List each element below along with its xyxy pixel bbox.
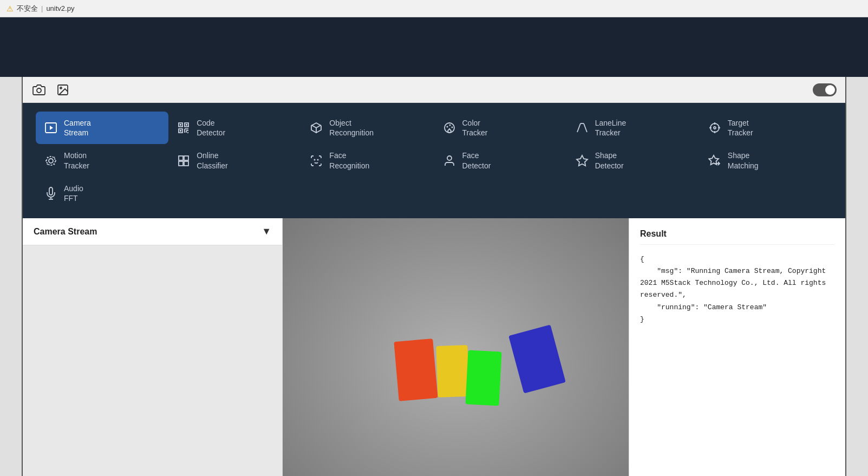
nav-label-code-detector: CodeDetector — [197, 118, 225, 138]
top-header — [0, 17, 868, 77]
camera-icon[interactable] — [31, 82, 47, 97]
svg-rect-32 — [184, 161, 188, 166]
left-panel-title: Camera Stream — [34, 227, 97, 237]
grid-icon — [176, 153, 191, 168]
svg-rect-9 — [186, 124, 187, 126]
svg-point-26 — [714, 127, 716, 129]
star-arrow-icon — [707, 153, 722, 168]
svg-rect-10 — [180, 130, 181, 132]
motion-icon — [43, 153, 58, 168]
palette-icon — [442, 120, 457, 135]
nav-item-target-tracker[interactable]: TargetTracker — [700, 112, 832, 144]
block-green — [465, 350, 501, 406]
cube-icon — [309, 120, 324, 135]
security-warning-icon: ⚠ — [6, 4, 14, 13]
nav-label-laneline-tracker: LaneLineTracker — [595, 118, 626, 138]
gallery-icon[interactable] — [55, 82, 70, 97]
svg-marker-36 — [577, 155, 588, 166]
nav-item-online-classifier[interactable]: OnlineClassifier — [168, 144, 301, 177]
nav-item-shape-detector[interactable]: ShapeDetector — [567, 144, 700, 177]
nav-label-shape-detector: ShapeDetector — [595, 151, 624, 170]
block-orange — [394, 338, 438, 401]
security-text: 不安全 — [17, 4, 38, 14]
face-id-icon — [309, 153, 324, 168]
nav-label-online-classifier: OnlineClassifier — [197, 151, 228, 170]
svg-point-2 — [60, 87, 62, 89]
left-panel-content — [23, 245, 282, 476]
nav-item-shape-matching[interactable]: ShapeMatching — [700, 144, 832, 177]
lane-icon — [575, 120, 590, 135]
browser-bar: ⚠ 不安全 | unitv2.py — [0, 0, 868, 17]
nav-label-motion-tracker: MotionTracker — [64, 151, 89, 170]
dropdown-arrow-icon[interactable]: ▼ — [262, 226, 271, 237]
nav-label-audio-fft: AudioFFT — [64, 184, 83, 203]
nav-item-laneline-tracker[interactable]: LaneLineTracker — [567, 112, 700, 144]
nav-menu: CameraStream CodeDetector — [23, 103, 845, 218]
svg-rect-8 — [180, 124, 181, 126]
svg-point-35 — [447, 156, 452, 160]
nav-label-camera-stream: CameraStream — [64, 118, 91, 138]
nav-label-color-tracker: ColorTracker — [462, 118, 488, 138]
svg-rect-31 — [179, 161, 183, 166]
result-json: { "msg": "Running Camera Stream, Copyrig… — [640, 253, 834, 325]
crosshair-icon — [707, 120, 722, 135]
nav-item-face-recognition[interactable]: FaceRecognition — [301, 144, 434, 177]
svg-marker-4 — [50, 126, 53, 130]
camera-feed — [283, 218, 629, 476]
svg-point-17 — [445, 123, 454, 133]
svg-point-0 — [37, 88, 41, 93]
left-panel: Camera Stream ▼ — [23, 218, 283, 476]
nav-item-object-recongnition[interactable]: ObjectRecongnition — [301, 112, 434, 144]
block-yellow — [436, 345, 469, 397]
nav-item-audio-fft[interactable]: AudioFFT — [36, 177, 168, 210]
right-panel: Result { "msg": "Running Camera Stream, … — [629, 218, 845, 476]
nav-item-motion-tracker[interactable]: MotionTracker — [36, 144, 168, 177]
mic-icon — [43, 186, 58, 201]
app-toolbar — [23, 77, 845, 103]
app-container: CameraStream CodeDetector — [22, 77, 846, 476]
nav-item-camera-stream[interactable]: CameraStream — [36, 112, 168, 144]
face-icon — [442, 153, 457, 168]
separator: | — [41, 4, 43, 12]
blocks-container — [342, 275, 570, 448]
left-panel-header: Camera Stream ▼ — [23, 218, 282, 245]
camera-scene — [283, 218, 629, 476]
qr-icon — [176, 120, 191, 135]
svg-rect-29 — [179, 156, 183, 160]
svg-point-28 — [47, 157, 55, 165]
svg-point-27 — [49, 159, 53, 163]
nav-label-object-recongnition: ObjectRecongnition — [329, 118, 374, 138]
svg-point-34 — [317, 159, 319, 160]
nav-label-shape-matching: ShapeMatching — [728, 151, 759, 170]
nav-label-face-detector: FaceDetector — [462, 151, 491, 170]
svg-point-19 — [449, 125, 451, 126]
svg-point-18 — [446, 126, 448, 128]
url-text: unitv2.py — [46, 4, 74, 12]
content-area: Camera Stream ▼ Result { "msg": "Running… — [23, 218, 845, 476]
svg-rect-30 — [184, 156, 188, 160]
nav-item-color-tracker[interactable]: ColorTracker — [434, 112, 567, 144]
svg-point-33 — [314, 159, 316, 160]
nav-item-code-detector[interactable]: CodeDetector — [168, 112, 301, 144]
svg-point-20 — [451, 127, 453, 128]
star-icon — [575, 153, 590, 168]
block-blue — [508, 324, 566, 393]
nav-label-target-tracker: TargetTracker — [728, 118, 753, 138]
nav-item-face-detector[interactable]: FaceDetector — [434, 144, 567, 177]
play-icon — [43, 120, 58, 135]
result-title: Result — [640, 229, 834, 245]
toolbar-left — [31, 82, 70, 97]
svg-point-21 — [710, 123, 719, 132]
toggle-switch[interactable] — [813, 83, 837, 96]
nav-label-face-recognition: FaceRecognition — [329, 151, 369, 170]
